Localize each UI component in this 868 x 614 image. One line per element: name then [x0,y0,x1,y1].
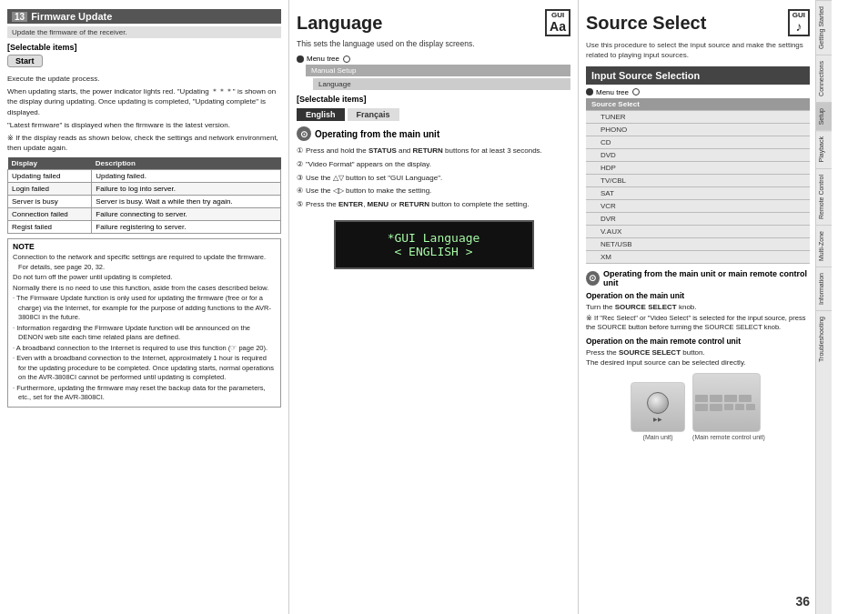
execute-text: Execute the update process. [7,74,281,84]
note-item: · Information regarding the Firmware Upd… [13,324,276,343]
op-main-title: Operation on the main unit [586,291,810,300]
section-title: Firmware Update [31,11,112,22]
remote-btn-3 [724,395,737,402]
list-item: TV/CBL [586,175,810,187]
section-subtitle: Update the firmware of the receiver. [7,26,281,38]
sidebar-tab-getting-started[interactable]: Getting Started [816,0,832,55]
display-box: *GUI Language < ENGLISH > [334,220,534,269]
note-item: Do not turn off the power until updating… [13,273,276,283]
source-dot-empty [632,88,640,96]
sidebar-tab-troubleshooting[interactable]: Troubleshooting [816,310,832,367]
list-item: PHONO [586,124,810,136]
op-title-text: Operating from the main unit [315,129,439,139]
step-item: ②"Video Format" appears on the display. [297,159,570,171]
source-desc: Use this procedure to select the input s… [586,40,810,60]
step-item: ⑤Press the ENTER, MENU or RETURN button … [297,199,570,211]
table-row: Server is busyServer is busy. Wait a whi… [8,196,281,208]
display-line2: < ENGLISH > [354,245,514,258]
main-unit-img: ▶▶ [631,382,685,432]
remote-btn-6 [710,404,722,411]
step-item: ④Use the ◁▷ button to make the setting. [297,186,570,197]
source-menu-tree-label: Menu tree [596,88,629,96]
language-buttons: English Français [297,108,570,121]
table-cell: Server is busy [8,196,92,208]
remote-images: ▶▶ (Main unit) (Main remote control unit [586,373,810,440]
table-row: Login failedFailure to log into server. [8,183,281,196]
op-main-text1: Turn the SOURCE SELECT knob. [586,302,810,312]
left-column: 13 Firmware Update Update the firmware o… [0,0,289,614]
step-text: "Video Format" appears on the display. [306,159,431,171]
step-item: ③Use the △▽ button to set "GUI Language"… [297,173,570,185]
language-header: Language GUI Aa [297,9,570,36]
sidebar-tab-remote-control[interactable]: Remote Control [816,168,832,225]
sidebar-tab-information[interactable]: Information [816,267,832,310]
remote-btn-7 [724,404,733,410]
table-row: Updating failedUpdating failed. [8,170,281,183]
note-title: NOTE [13,242,276,251]
note-item: · Even with a broadband connection to th… [13,354,276,383]
gui-icon: Aa [550,20,566,34]
right-column: Source Select GUI ♪ Use this procedure t… [579,0,832,614]
start-button[interactable]: Start [7,55,43,67]
table-cell: Login failed [8,183,92,196]
sidebar-tab-playback[interactable]: Playback [816,130,832,167]
source-menu-tree-row: Menu tree [586,88,810,96]
display-line1: *GUI Language [354,231,514,245]
tree-language: Language [313,78,570,90]
list-item: DVR [586,213,810,226]
note-item: · Furthermore, updating the firmware may… [13,384,276,403]
list-item: HDP [586,162,810,175]
list-item: TUNER [586,111,810,124]
list-item: DVD [586,149,810,162]
gui-badge: GUI Aa [545,9,570,36]
source-header: Source Select GUI ♪ [586,9,810,36]
selectable-label: [Selectable items] [7,43,281,52]
sidebar-tab-setup[interactable]: Setup [816,102,832,130]
section-number: 13 [12,12,27,22]
remote-buttons [693,393,760,413]
step-text: Press and hold the STATUS and RETURN but… [306,146,542,157]
remote-btn-2 [710,395,722,402]
step-number: ③ [297,173,303,185]
op-icon: ⊙ [297,126,311,141]
language-title: Language [297,13,382,34]
remote-unit-label: (Main remote control unit) [692,434,765,440]
right-sidebar: Getting StartedConnectionsSetupPlaybackR… [815,0,832,614]
remote-btn-9 [746,404,755,410]
source-list: Source SelectTUNERPHONOCDDVDHDPTV/CBLSAT… [586,98,810,264]
note-item: · The Firmware Update function is only u… [13,294,276,323]
main-unit-box: ▶▶ (Main unit) [631,382,685,440]
step-text: Use the ◁▷ button to make the setting. [306,186,431,197]
error-table: Display Description Updating failedUpdat… [7,157,281,234]
remote-btn-1 [695,395,708,402]
main-knob [647,392,669,414]
remote-btn-8 [735,404,744,410]
note-item: · A broadband connection to the Internet… [13,344,276,354]
table-row: Regist failedFailure registering to serv… [8,221,281,234]
list-item: V.AUX [586,226,810,238]
step-number: ② [297,159,303,171]
source-title: Source Select [586,13,706,34]
table-cell: Regist failed [8,221,92,234]
menu-tree-row: Menu tree [297,55,570,63]
list-item: XM [586,251,810,264]
selectable-label-mid: [Selectable items] [297,95,570,104]
source-gui-badge: GUI ♪ [788,9,810,36]
source-op-title-text: Operating from the main unit or main rem… [603,269,810,287]
table-cell: Connection failed [8,208,92,221]
note-text-2: "Latest firmware" is displayed when the … [7,120,281,130]
sidebar-tab-connections[interactable]: Connections [816,55,832,102]
note-text-3: ※ If the display reads as shown below, c… [7,133,281,153]
btn-english[interactable]: English [297,108,345,121]
step-number: ④ [297,186,303,197]
table-cell: Failure to log into server. [92,183,281,196]
list-item: SAT [586,187,810,200]
tree-manual-setup: Manual Setup [306,65,570,76]
page-number: 36 [795,594,810,609]
sidebar-tab-multi-zone[interactable]: Multi-Zone [816,225,832,267]
btn-francais[interactable]: Français [348,108,399,121]
op-remote-text1: Press the SOURCE SELECT button. [586,347,810,357]
remote-unit-img [692,373,761,432]
dot-empty [343,55,350,63]
step-list: ①Press and hold the STATUS and RETURN bu… [297,146,570,211]
